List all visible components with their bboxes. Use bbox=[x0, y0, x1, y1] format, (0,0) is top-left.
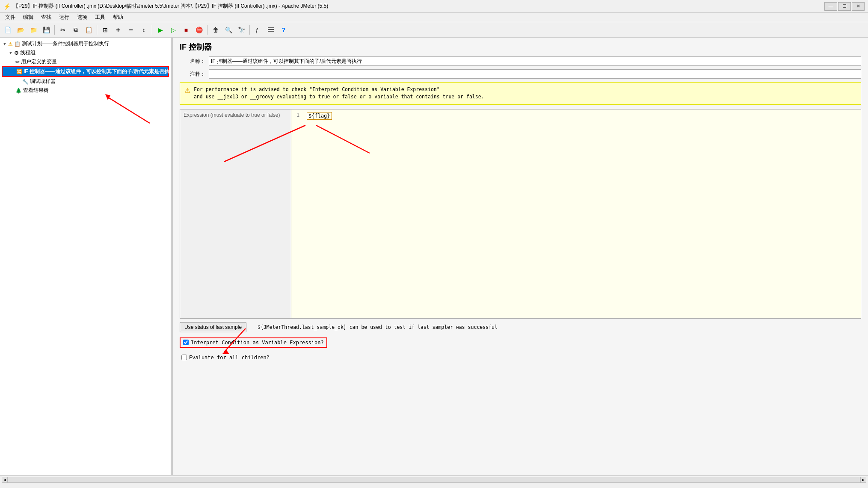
use-status-button[interactable]: Use status of last sample bbox=[180, 322, 246, 332]
menu-tools[interactable]: 工具 bbox=[92, 13, 109, 22]
copy-button[interactable]: ⧉ bbox=[70, 24, 82, 36]
comment-label: 注释： bbox=[180, 71, 205, 78]
interpret-condition-checkbox[interactable] bbox=[183, 340, 189, 345]
tree-item-if-controller[interactable]: 🔀 IF 控制器——通过该组件，可以控制其下面的子/后代元素是否执行 bbox=[2, 66, 169, 77]
window-title: 【P29】IF 控制器 (If Controller) .jmx (D:\Des… bbox=[13, 3, 328, 10]
horizontal-scrollbar[interactable] bbox=[8, 477, 860, 483]
svg-rect-1 bbox=[268, 27, 274, 28]
open-template-button[interactable]: 📂 bbox=[15, 24, 27, 36]
root-icon: 📋 bbox=[14, 41, 21, 47]
helper-text: ${JMeterThread.last_sample_ok} can be us… bbox=[258, 324, 498, 330]
move-button[interactable]: ↕ bbox=[138, 24, 150, 36]
status-bar: ◄ ► bbox=[0, 475, 868, 484]
paste-button[interactable]: 📋 bbox=[83, 24, 95, 36]
tree-item-thread-group[interactable]: ▼ ⚙ 线程组 bbox=[2, 48, 169, 57]
svg-text:ƒ: ƒ bbox=[255, 27, 258, 33]
tree-item-debug-sampler[interactable]: 🔧 调试取样器 bbox=[2, 77, 169, 86]
menu-bar: 文件 编辑 查找 运行 选项 工具 帮助 bbox=[0, 13, 868, 22]
evaluate-children-text: Evaluate for all children? bbox=[189, 355, 270, 361]
tree-view: ▼ ⚠ 📋 测试计划——条件控制器用于控制执行 ▼ ⚙ 线程组 ✏ 用户定义的变… bbox=[0, 38, 171, 97]
menu-options[interactable]: 选项 bbox=[74, 13, 91, 22]
right-panel: IF 控制器 名称： 注释： ⚠ For performance it is a… bbox=[173, 38, 868, 475]
name-input[interactable] bbox=[209, 56, 861, 66]
remove-button[interactable]: − bbox=[125, 24, 137, 36]
expand-button[interactable]: ⊞ bbox=[99, 24, 111, 36]
stop-now-button[interactable]: ⛔ bbox=[193, 24, 205, 36]
warning-icon: ⚠ bbox=[8, 41, 13, 47]
sep1 bbox=[54, 25, 55, 35]
svg-line-4 bbox=[107, 97, 150, 123]
checkbox1-container: Interpret Condition as Variable Expressi… bbox=[180, 335, 861, 349]
thread-icon: ⚙ bbox=[14, 50, 19, 56]
left-panel: ▼ ⚠ 📋 测试计划——条件控制器用于控制执行 ▼ ⚙ 线程组 ✏ 用户定义的变… bbox=[0, 38, 171, 475]
log-button[interactable] bbox=[265, 24, 277, 36]
sep2 bbox=[97, 25, 97, 35]
comment-input[interactable] bbox=[209, 69, 861, 79]
menu-find[interactable]: 查找 bbox=[38, 13, 55, 22]
svg-rect-2 bbox=[268, 29, 274, 30]
evaluate-children-checkbox[interactable] bbox=[181, 355, 187, 360]
expression-value: ${flag} bbox=[307, 112, 332, 120]
line-number: 1 bbox=[296, 112, 305, 118]
expression-editor[interactable]: 1 ${flag} bbox=[291, 109, 861, 318]
name-label: 名称： bbox=[180, 58, 205, 65]
main-container: ▼ ⚠ 📋 测试计划——条件控制器用于控制执行 ▼ ⚙ 线程组 ✏ 用户定义的变… bbox=[0, 38, 868, 475]
expression-area: Expression (must evaluate to true or fal… bbox=[180, 109, 861, 319]
clear-button[interactable]: 🗑 bbox=[210, 24, 222, 36]
svg-rect-3 bbox=[268, 31, 274, 32]
minimize-button[interactable]: — bbox=[824, 2, 837, 11]
panel-title: IF 控制器 bbox=[180, 42, 861, 52]
function-button[interactable]: ƒ bbox=[252, 24, 264, 36]
save-button[interactable]: 💾 bbox=[40, 24, 52, 36]
annotation-left bbox=[0, 38, 171, 475]
open-button[interactable]: 📁 bbox=[27, 24, 39, 36]
menu-run[interactable]: 运行 bbox=[56, 13, 73, 22]
if-label: IF 控制器——通过该组件，可以控制其下面的子/后代元素是否执行 bbox=[24, 68, 171, 75]
root-label: 测试计划——条件控制器用于控制执行 bbox=[22, 40, 109, 47]
run-no-pause-button[interactable]: ▷ bbox=[167, 24, 179, 36]
thread-label: 线程组 bbox=[20, 49, 36, 56]
uservars-icon: ✏ bbox=[15, 59, 20, 65]
result-icon: 🌲 bbox=[15, 88, 22, 94]
sep4 bbox=[207, 25, 207, 35]
close-button[interactable]: ✕ bbox=[852, 2, 865, 11]
stop-button[interactable]: ■ bbox=[180, 24, 192, 36]
menu-edit[interactable]: 编辑 bbox=[20, 13, 37, 22]
tree-item-result-tree[interactable]: 🌲 查看结果树 bbox=[2, 86, 169, 95]
warning-text: For performance it is advised to check "… bbox=[194, 86, 484, 101]
expression-line-1: 1 ${flag} bbox=[294, 111, 858, 121]
sep5 bbox=[249, 25, 250, 35]
binoculars-button[interactable]: 🔭 bbox=[235, 24, 247, 36]
controller-form: IF 控制器 名称： 注释： ⚠ For performance it is a… bbox=[173, 38, 868, 367]
menu-file[interactable]: 文件 bbox=[2, 13, 19, 22]
interpret-condition-text: Interpret Condition as Variable Expressi… bbox=[191, 340, 324, 346]
new-button[interactable]: 📄 bbox=[2, 24, 14, 36]
add-button[interactable]: + bbox=[112, 24, 124, 36]
scroll-left-button[interactable]: ◄ bbox=[2, 477, 8, 483]
warning-triangle-icon: ⚠ bbox=[184, 86, 190, 95]
help-button[interactable]: ? bbox=[278, 24, 290, 36]
tree-item-root[interactable]: ▼ ⚠ 📋 测试计划——条件控制器用于控制执行 bbox=[2, 39, 169, 48]
cut-button[interactable]: ✂ bbox=[57, 24, 69, 36]
expression-label: Expression (must evaluate to true or fal… bbox=[180, 109, 291, 318]
debug-label: 调试取样器 bbox=[30, 78, 56, 85]
menu-help[interactable]: 帮助 bbox=[110, 13, 127, 22]
title-bar: ⚡ 【P29】IF 控制器 (If Controller) .jmx (D:\D… bbox=[0, 0, 868, 13]
comment-row: 注释： bbox=[180, 69, 861, 79]
evaluate-children-label[interactable]: Evaluate for all children? bbox=[180, 354, 271, 361]
maximize-button[interactable]: ☐ bbox=[838, 2, 851, 11]
toolbar: 📄 📂 📁 💾 ✂ ⧉ 📋 ⊞ + − ↕ ▶ ▷ ■ ⛔ 🗑 🔍 🔭 ƒ ? bbox=[0, 22, 868, 38]
if-icon: 🔀 bbox=[16, 69, 22, 74]
scroll-right-button[interactable]: ► bbox=[860, 477, 866, 483]
warning-box: ⚠ For performance it is advised to check… bbox=[180, 82, 861, 105]
use-status-row: Use status of last sample ${JMeterThread… bbox=[180, 322, 861, 332]
interpret-condition-label[interactable]: Interpret Condition as Variable Expressi… bbox=[180, 337, 327, 348]
result-label: 查看结果树 bbox=[23, 87, 49, 94]
uservars-label: 用户定义的变量 bbox=[21, 58, 57, 65]
tree-item-user-vars[interactable]: ✏ 用户定义的变量 bbox=[2, 57, 169, 66]
run-button[interactable]: ▶ bbox=[154, 24, 166, 36]
search-button[interactable]: 🔍 bbox=[222, 24, 234, 36]
root-toggle-icon: ▼ bbox=[3, 41, 7, 46]
name-row: 名称： bbox=[180, 56, 861, 66]
thread-toggle-icon: ▼ bbox=[9, 50, 13, 55]
